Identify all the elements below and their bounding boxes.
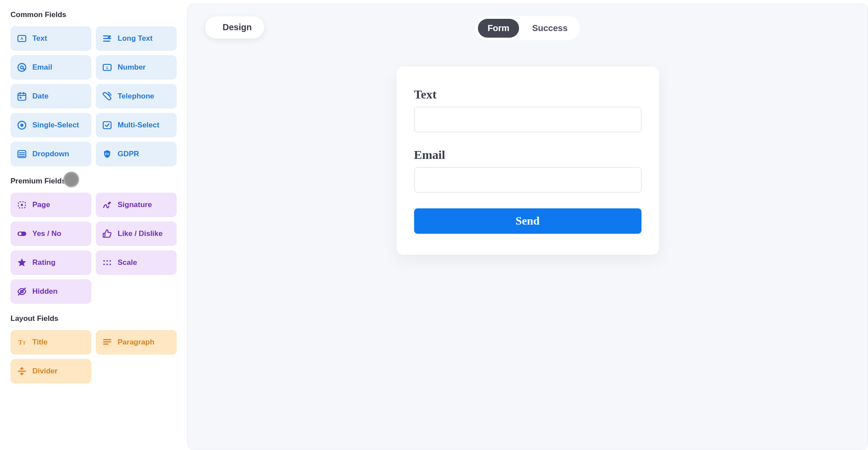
- signature-icon: [102, 200, 112, 210]
- field-label: Number: [118, 63, 146, 72]
- dropdown-icon: [17, 149, 27, 159]
- field-longtext[interactable]: Long Text: [96, 26, 177, 51]
- field-single[interactable]: Single-Select: [10, 113, 91, 137]
- field-label: Date: [32, 92, 49, 101]
- hidden-icon: [17, 286, 27, 297]
- field-label: GDPR: [118, 150, 139, 158]
- field-label: Divider: [32, 367, 58, 376]
- tab-success[interactable]: Success: [523, 19, 577, 38]
- field-gdpr[interactable]: GDPR: [96, 142, 177, 166]
- form-field-text: Text: [414, 88, 641, 148]
- canvas-area: Design Form Success Text Email Send: [187, 4, 868, 450]
- field-label: Signature: [118, 200, 152, 209]
- cursor-indicator-icon: [63, 172, 79, 187]
- design-button-label: Design: [223, 22, 252, 32]
- field-rating[interactable]: Rating: [10, 250, 91, 275]
- field-label: Rating: [32, 258, 56, 267]
- tab-switch: Form Success: [475, 16, 580, 40]
- form-card: Text Email Send: [397, 67, 659, 255]
- field-email[interactable]: Email: [10, 55, 91, 80]
- form-field-email: Email: [414, 148, 641, 208]
- layout-fields-header: Layout Fields: [10, 314, 177, 323]
- longtext-icon: [102, 33, 112, 44]
- gdpr-icon: [102, 149, 112, 159]
- field-label: Hidden: [32, 287, 58, 296]
- field-label: Multi-Select: [118, 121, 159, 130]
- field-label: Page: [32, 200, 50, 209]
- sidebar: Common Fields TextLong TextEmailNumberDa…: [0, 0, 187, 450]
- single-icon: [17, 120, 27, 130]
- form-label-text: Text: [414, 88, 641, 102]
- yesno-icon: [17, 229, 27, 239]
- multi-icon: [102, 120, 112, 130]
- rating-icon: [17, 257, 27, 268]
- field-number[interactable]: Number: [96, 55, 177, 80]
- telephone-icon: [102, 91, 112, 102]
- field-label: Long Text: [118, 34, 153, 43]
- field-dropdown[interactable]: Dropdown: [10, 142, 91, 166]
- design-button[interactable]: Design: [205, 16, 264, 39]
- premium-fields-header: Premium Fields: [10, 177, 177, 186]
- common-fields-header: Common Fields: [10, 11, 177, 19]
- top-controls: Design Form Success: [205, 16, 850, 40]
- field-yesno[interactable]: Yes / No: [10, 221, 91, 246]
- field-multi[interactable]: Multi-Select: [96, 113, 177, 137]
- field-label: Text: [32, 34, 47, 43]
- field-date[interactable]: Date: [10, 84, 91, 109]
- email-icon: [17, 62, 27, 73]
- field-scale[interactable]: Scale: [96, 250, 177, 275]
- number-icon: [102, 62, 112, 73]
- text-icon: [17, 33, 27, 44]
- scale-icon: [102, 257, 112, 268]
- likedislike-icon: [102, 229, 112, 239]
- form-label-email: Email: [414, 148, 641, 162]
- field-label: Paragraph: [118, 338, 154, 347]
- common-fields-grid: TextLong TextEmailNumberDateTelephoneSin…: [10, 26, 177, 166]
- field-divider[interactable]: Divider: [10, 359, 91, 383]
- field-paragraph[interactable]: Paragraph: [96, 330, 177, 355]
- field-page[interactable]: Page: [10, 193, 91, 217]
- field-title[interactable]: Title: [10, 330, 91, 355]
- field-label: Email: [32, 63, 52, 72]
- divider-icon: [17, 366, 27, 376]
- field-text[interactable]: Text: [10, 26, 91, 51]
- field-label: Telephone: [118, 92, 154, 101]
- premium-fields-grid: PageSignatureYes / NoLike / DislikeRatin…: [10, 193, 177, 304]
- tab-form[interactable]: Form: [478, 19, 519, 38]
- field-label: Single-Select: [32, 121, 79, 130]
- layout-fields-grid: TitleParagraphDivider: [10, 330, 177, 383]
- form-input-text[interactable]: [414, 107, 641, 132]
- field-telephone[interactable]: Telephone: [96, 84, 177, 109]
- field-label: Scale: [118, 258, 137, 267]
- submit-button[interactable]: Send: [414, 208, 641, 234]
- date-icon: [17, 91, 27, 102]
- field-label: Yes / No: [32, 229, 61, 238]
- form-input-email[interactable]: [414, 167, 641, 193]
- paragraph-icon: [102, 337, 112, 348]
- field-likedislike[interactable]: Like / Dislike: [96, 221, 177, 246]
- title-icon: [17, 337, 27, 348]
- field-signature[interactable]: Signature: [96, 193, 177, 217]
- field-label: Dropdown: [32, 150, 69, 158]
- page-icon: [17, 200, 27, 210]
- field-label: Like / Dislike: [118, 229, 163, 238]
- field-hidden[interactable]: Hidden: [10, 279, 91, 304]
- field-label: Title: [32, 338, 48, 347]
